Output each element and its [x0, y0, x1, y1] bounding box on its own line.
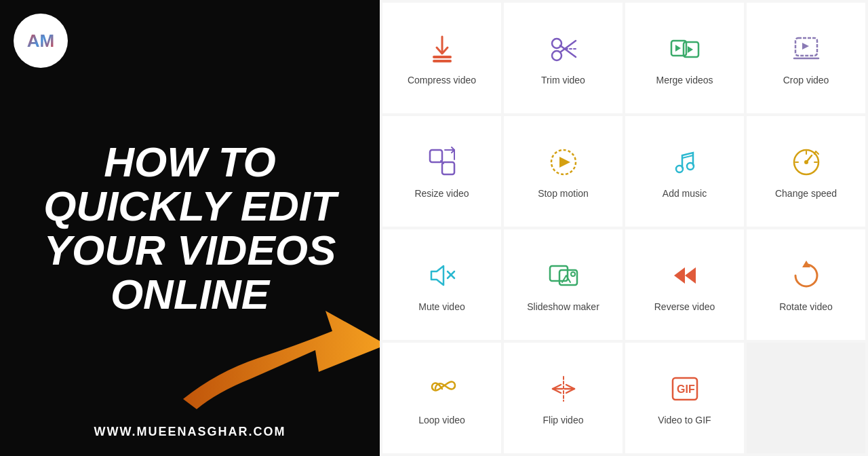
arrow-decoration [176, 290, 380, 415]
tool-change-speed[interactable]: Change speed [747, 116, 865, 227]
svg-point-17 [676, 166, 683, 172]
svg-marker-10 [688, 46, 693, 53]
video-to-gif-label: Video to GIF [658, 415, 711, 425]
loop-icon [425, 371, 460, 406]
svg-marker-12 [802, 43, 809, 50]
svg-marker-9 [675, 45, 681, 52]
rotate-video-label: Rotate video [779, 301, 833, 312]
tool-flip-video[interactable]: Flip video [504, 343, 623, 453]
tool-merge-videos[interactable]: Merge videos [625, 3, 744, 113]
add-music-label: Add music [663, 188, 707, 199]
tool-loop-video[interactable]: Loop video [382, 343, 501, 453]
svg-text:GIF: GIF [677, 383, 695, 395]
tool-compress-video[interactable]: Compress video [382, 3, 501, 113]
compress-icon [425, 31, 460, 66]
flip-icon [546, 371, 581, 406]
trim-video-label: Trim video [541, 75, 585, 86]
reverse-icon [667, 258, 703, 293]
tool-add-music[interactable]: Add music [625, 116, 744, 227]
tool-mute-video[interactable]: Mute video [382, 229, 501, 340]
mute-icon [425, 258, 460, 293]
stop-motion-icon [546, 145, 581, 180]
svg-point-29 [571, 272, 575, 276]
tools-grid: Compress video Trim video [380, 0, 868, 456]
svg-marker-16 [559, 157, 570, 168]
change-speed-icon [789, 145, 824, 180]
slideshow-icon [546, 258, 581, 293]
trim-icon [546, 31, 581, 66]
slideshow-maker-label: Slideshow maker [527, 301, 599, 312]
mute-video-label: Mute video [418, 301, 465, 312]
merge-icon [667, 31, 703, 66]
svg-rect-0 [433, 56, 452, 58]
svg-point-3 [552, 39, 561, 48]
svg-marker-31 [685, 267, 696, 284]
tool-empty [747, 343, 865, 453]
tool-slideshow-maker[interactable]: Slideshow maker [504, 229, 623, 340]
rotate-icon [789, 258, 824, 293]
compress-video-label: Compress video [408, 75, 476, 86]
left-panel: AM HOW TO QUICKLY EDIT YOUR VIDEOS ONLIN… [0, 0, 380, 456]
crop-video-label: Crop video [783, 75, 829, 86]
resize-video-label: Resize video [414, 188, 469, 199]
tool-crop-video[interactable]: Crop video [747, 3, 865, 113]
crop-icon [789, 31, 824, 66]
loop-video-label: Loop video [418, 415, 465, 425]
logo[interactable]: AM [14, 14, 68, 68]
tool-reverse-video[interactable]: Reverse video [625, 229, 744, 340]
tool-rotate-video[interactable]: Rotate video [747, 229, 865, 340]
svg-point-24 [804, 160, 808, 164]
add-music-icon [667, 145, 703, 180]
svg-point-18 [687, 163, 694, 170]
flip-video-label: Flip video [543, 415, 584, 425]
tool-video-to-gif[interactable]: GIF Video to GIF [625, 343, 744, 453]
resize-icon [425, 145, 460, 180]
logo-text: AM [27, 31, 54, 52]
reverse-video-label: Reverse video [654, 301, 715, 312]
svg-rect-1 [433, 60, 452, 62]
change-speed-label: Change speed [775, 188, 837, 199]
tool-stop-motion[interactable]: Stop motion [504, 116, 623, 227]
svg-marker-30 [674, 267, 685, 284]
gif-icon: GIF [667, 371, 703, 406]
website-url: WWW.MUEENASGHAR.COM [94, 425, 286, 439]
tool-resize-video[interactable]: Resize video [382, 116, 501, 227]
tool-trim-video[interactable]: Trim video [504, 3, 623, 113]
stop-motion-label: Stop motion [538, 188, 589, 199]
merge-videos-label: Merge videos [656, 75, 713, 86]
